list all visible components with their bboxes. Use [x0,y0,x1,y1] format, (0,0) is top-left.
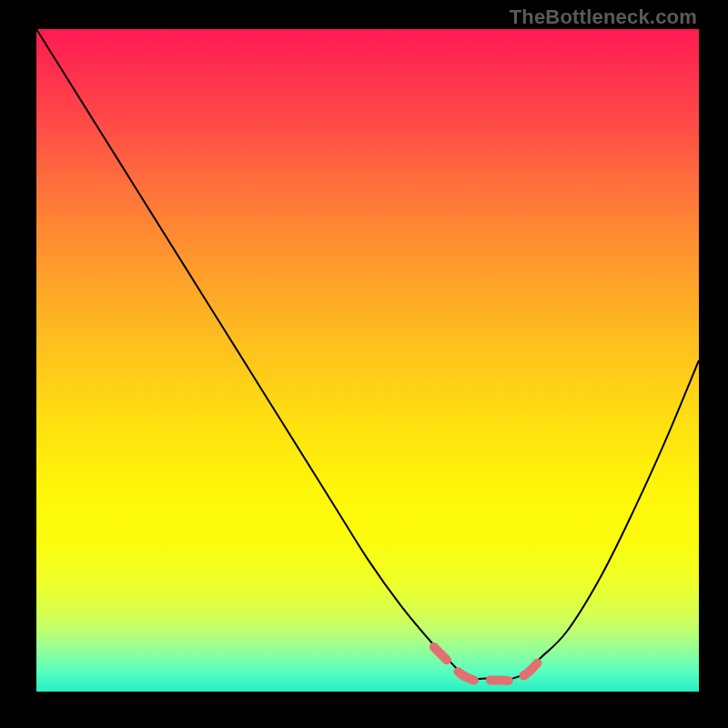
highlight-dashed-segment [434,647,541,681]
bottleneck-curve [36,29,699,679]
chart-gradient-frame [36,29,699,692]
chart-svg [36,29,699,692]
attribution-text: TheBottleneck.com [510,5,697,29]
